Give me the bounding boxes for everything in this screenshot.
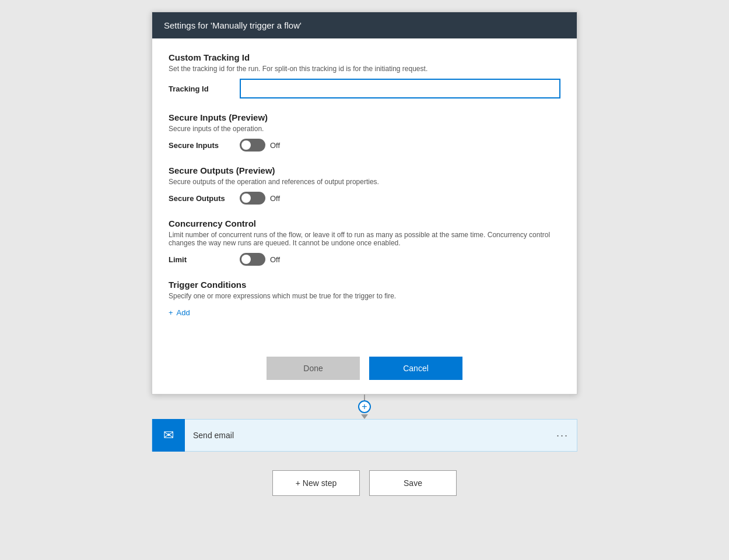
dialog-header: Settings for 'Manually trigger a flow' xyxy=(152,12,577,38)
secure-outputs-toggle-label: Off xyxy=(270,194,280,203)
tracking-section: Custom Tracking Id Set the tracking id f… xyxy=(169,52,560,98)
connector-arrow xyxy=(361,414,368,419)
connector-line-top xyxy=(364,395,365,400)
trigger-conditions-title: Trigger Conditions xyxy=(169,280,560,290)
cancel-button[interactable]: Cancel xyxy=(369,357,462,380)
secure-outputs-toggle-thumb xyxy=(241,193,251,203)
secure-inputs-label: Secure Inputs xyxy=(169,141,233,150)
secure-outputs-title: Secure Outputs (Preview) xyxy=(169,165,560,175)
tracking-id-input[interactable] xyxy=(240,79,560,98)
secure-inputs-toggle[interactable] xyxy=(240,139,265,152)
bottom-actions: + New step Save xyxy=(272,470,457,496)
tracking-field-label: Tracking Id xyxy=(169,84,233,93)
send-email-label: Send email xyxy=(185,431,548,440)
tracking-title: Custom Tracking Id xyxy=(169,52,560,62)
envelope-icon: ✉ xyxy=(163,428,174,443)
email-icon-box: ✉ xyxy=(152,419,185,452)
dialog-body: Custom Tracking Id Set the tracking id f… xyxy=(152,38,577,347)
concurrency-title: Concurrency Control xyxy=(169,219,560,228)
concurrency-description: Limit number of concurrent runs of the f… xyxy=(169,231,560,247)
secure-inputs-toggle-wrapper: Off xyxy=(240,139,280,152)
more-options-button[interactable]: ··· xyxy=(548,429,577,442)
concurrency-section: Concurrency Control Limit number of conc… xyxy=(169,219,560,266)
settings-dialog: Settings for 'Manually trigger a flow' C… xyxy=(152,12,577,395)
secure-outputs-label: Secure Outputs xyxy=(169,194,233,203)
tracking-description: Set the tracking id for the run. For spl… xyxy=(169,65,560,73)
page-wrapper: Settings for 'Manually trigger a flow' C… xyxy=(0,12,729,496)
secure-inputs-section: Secure Inputs (Preview) Secure inputs of… xyxy=(169,112,560,152)
trigger-conditions-section: Trigger Conditions Specify one or more e… xyxy=(169,280,560,319)
concurrency-toggle-thumb xyxy=(241,255,251,264)
add-trigger-condition-button[interactable]: + Add xyxy=(169,306,190,319)
concurrency-label: Limit xyxy=(169,255,233,264)
secure-outputs-field-row: Secure Outputs Off xyxy=(169,192,560,205)
plus-icon: + xyxy=(169,308,173,317)
done-button[interactable]: Done xyxy=(267,357,360,380)
secure-inputs-toggle-track xyxy=(240,139,265,152)
concurrency-toggle-label: Off xyxy=(270,255,280,264)
secure-inputs-field-row: Secure Inputs Off xyxy=(169,139,560,152)
send-email-card: ✉ Send email ··· xyxy=(152,419,577,452)
secure-inputs-toggle-label: Off xyxy=(270,141,280,150)
secure-outputs-section: Secure Outputs (Preview) Secure outputs … xyxy=(169,165,560,205)
connector: + xyxy=(358,395,371,419)
add-label: Add xyxy=(177,308,190,317)
secure-outputs-description: Secure outputs of the operation and refe… xyxy=(169,178,560,186)
plus-circle-icon: + xyxy=(362,402,367,411)
tracking-field-row: Tracking Id xyxy=(169,79,560,98)
secure-outputs-toggle[interactable] xyxy=(240,192,265,205)
concurrency-field-row: Limit Off xyxy=(169,253,560,266)
dialog-footer: Done Cancel xyxy=(152,347,577,394)
add-step-circle[interactable]: + xyxy=(358,400,371,413)
trigger-conditions-description: Specify one or more expressions which mu… xyxy=(169,292,560,300)
dialog-title: Settings for 'Manually trigger a flow' xyxy=(164,20,302,30)
secure-inputs-title: Secure Inputs (Preview) xyxy=(169,112,560,122)
concurrency-toggle[interactable] xyxy=(240,253,265,266)
secure-inputs-toggle-thumb xyxy=(241,140,251,150)
save-button[interactable]: Save xyxy=(369,470,457,496)
secure-outputs-toggle-wrapper: Off xyxy=(240,192,280,205)
secure-outputs-toggle-track xyxy=(240,192,265,205)
new-step-button[interactable]: + New step xyxy=(272,470,360,496)
concurrency-toggle-wrapper: Off xyxy=(240,253,280,266)
concurrency-toggle-track xyxy=(240,253,265,266)
secure-inputs-description: Secure inputs of the operation. xyxy=(169,125,560,133)
